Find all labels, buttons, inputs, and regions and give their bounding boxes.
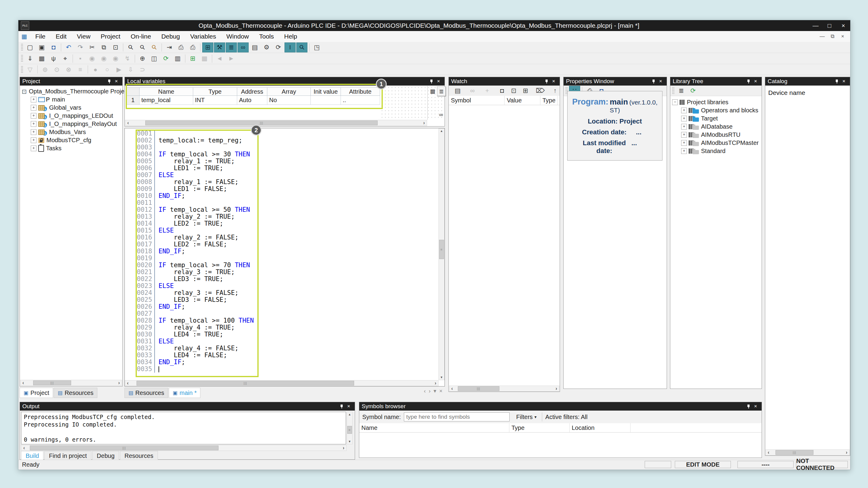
step-list-button[interactable]: ≡: [75, 64, 86, 74]
watch-find-button[interactable]: ∞: [467, 86, 478, 96]
editor-vscroll-thumb[interactable]: ≡: [439, 240, 444, 259]
cell-init-value[interactable]: [311, 96, 341, 105]
close-icon[interactable]: ×: [435, 78, 442, 85]
watch-recall-new-button[interactable]: ⊞: [520, 86, 531, 96]
navigate-forward-button[interactable]: ►: [226, 54, 237, 64]
close-button[interactable]: ×: [836, 20, 850, 31]
code-line[interactable]: 0014 LED2 := TRUE;: [125, 220, 438, 227]
project-item-global-vars[interactable]: +GGlobal_vars: [31, 104, 122, 112]
halt-button[interactable]: ▪: [75, 54, 86, 64]
watch-recall-button[interactable]: ⊡: [508, 86, 519, 96]
mdi-close-button[interactable]: ×: [838, 33, 848, 39]
library-item-target[interactable]: +Target: [681, 115, 761, 123]
code-line[interactable]: 0004IF temp_local >= 30 THEN: [125, 151, 438, 158]
toolbar-grip[interactable]: [21, 66, 23, 73]
print-button[interactable]: ⎙: [176, 42, 187, 53]
expand-plus-icon[interactable]: +: [31, 129, 36, 135]
menu-window[interactable]: Window: [221, 31, 254, 42]
output-hscroll[interactable]: ‹|||›: [21, 445, 347, 451]
run-mode-3-button[interactable]: ◉: [110, 54, 121, 64]
cell-attribute[interactable]: ..: [341, 96, 380, 105]
power-button[interactable]: ↯: [122, 54, 133, 64]
watch-insert-button[interactable]: +: [482, 86, 493, 96]
code-line[interactable]: 0021 relay_3 := TRUE;: [125, 269, 438, 275]
pin-icon[interactable]: [745, 78, 752, 85]
column-header-init-value[interactable]: Init value: [311, 87, 341, 96]
library-item-aidatabase[interactable]: +AIDatabase: [681, 123, 761, 131]
close-icon[interactable]: ×: [840, 78, 847, 85]
code-line[interactable]: 0007ELSE: [125, 172, 438, 178]
device-view-button[interactable]: ▦: [36, 54, 47, 64]
project-hscroll-left-arrow[interactable]: ‹: [21, 380, 26, 386]
code-line[interactable]: 0008 relay_1 := FALSE;: [125, 178, 438, 186]
code-line[interactable]: 0031ELSE: [125, 338, 438, 345]
code-line[interactable]: 0002temp_local:= temp_reg;: [125, 137, 438, 144]
column-header-type[interactable]: Type: [509, 423, 569, 432]
code-line[interactable]: 0028IF temp_local >= 100 THEN: [125, 317, 438, 324]
library-refresh-button[interactable]: ⟳: [687, 86, 699, 96]
grid-view-button[interactable]: ▦: [429, 87, 437, 96]
run-mode-2-button[interactable]: ◉: [98, 54, 110, 64]
close-icon[interactable]: ×: [345, 403, 352, 410]
copy-button[interactable]: ⧉: [98, 42, 110, 53]
code-editor[interactable]: 00010002temp_local:= temp_reg;00030004IF…: [125, 128, 438, 380]
panels-layout-button[interactable]: ◫: [149, 54, 160, 64]
toggle-project-window-button[interactable]: ⊞: [202, 42, 213, 53]
pin-icon[interactable]: [338, 403, 345, 410]
editor-hscroll-left-arrow[interactable]: ‹: [125, 381, 130, 386]
code-line[interactable]: 0010END_IF;: [125, 193, 438, 199]
code-line[interactable]: 0018END_IF;: [125, 248, 438, 255]
menu-tools[interactable]: Tools: [254, 31, 279, 42]
refresh-button[interactable]: ⟳: [273, 42, 284, 53]
filters-button[interactable]: Filters ▾: [514, 413, 539, 421]
undo-button[interactable]: ↶: [63, 42, 74, 53]
pin-icon[interactable]: [105, 78, 113, 85]
menu-variables[interactable]: Variables: [185, 31, 221, 42]
project-item-modbus-vars[interactable]: +GModbus_Vars: [31, 128, 122, 136]
minimize-button[interactable]: —: [809, 20, 823, 31]
tab-project[interactable]: ▣Project: [20, 388, 53, 398]
breakpoint-button[interactable]: ○: [101, 64, 113, 74]
toggle-library-tree-button[interactable]: ≣: [226, 42, 237, 53]
cell-name[interactable]: temp_local: [140, 96, 193, 105]
close-icon[interactable]: ×: [550, 78, 557, 85]
toolbar-grip[interactable]: [672, 87, 674, 95]
redo-button[interactable]: ↷: [75, 42, 86, 53]
project-item-tasks[interactable]: +Tasks: [31, 144, 122, 153]
pin-icon[interactable]: [833, 78, 840, 85]
local-variables-hscroll-right-arrow[interactable]: ›: [421, 120, 427, 126]
pin-icon[interactable]: [745, 403, 752, 410]
column-header-attribute[interactable]: Attribute: [341, 87, 380, 96]
editor-hscroll-track[interactable]: |||: [130, 381, 433, 386]
watch-hscroll-left-arrow[interactable]: ‹: [450, 386, 455, 391]
code-line[interactable]: 0026END_IF;: [125, 303, 438, 310]
code-line[interactable]: 0017 LED2 := FALSE;: [125, 241, 438, 248]
trigger-hook-button[interactable]: ⊃: [137, 64, 148, 74]
local-variables-hscroll-track[interactable]: |||: [131, 120, 421, 126]
find-next-button[interactable]: ⚲: [137, 42, 148, 53]
connect-button[interactable]: ψ: [48, 54, 59, 64]
menu-file[interactable]: File: [30, 31, 51, 42]
toggle-properties-window-button[interactable]: ⚒: [214, 42, 225, 53]
library-item-aimodbusrtu[interactable]: +AIModbusRTU: [681, 131, 761, 139]
local-variables-hscroll-thumb[interactable]: |||: [145, 121, 378, 125]
row-number-header[interactable]: [126, 87, 140, 96]
menu-edit[interactable]: Edit: [51, 31, 72, 42]
run-mode-1-button[interactable]: ◉: [87, 54, 98, 64]
print-preview-button[interactable]: ⎙: [187, 42, 198, 53]
code-line[interactable]: 0020IF temp_local >= 70 THEN: [125, 262, 438, 269]
output-vscroll[interactable]: ▲≡▼: [347, 412, 352, 444]
paste-button[interactable]: ⊡: [110, 42, 121, 53]
form-view-button[interactable]: ▥: [172, 54, 183, 64]
menu-on-line[interactable]: On-line: [125, 31, 156, 42]
editor-hscroll[interactable]: ‹|||›: [125, 380, 438, 386]
insert-record-button[interactable]: ⊞: [187, 54, 198, 64]
local-variables-hscroll[interactable]: ‹|||›: [125, 120, 427, 126]
column-header-name[interactable]: Name: [140, 87, 193, 96]
close-icon[interactable]: ×: [752, 403, 759, 410]
options-button[interactable]: ⚙: [261, 42, 272, 53]
list-view-button[interactable]: ≣: [437, 87, 446, 96]
code-line[interactable]: 0023ELSE: [125, 283, 438, 290]
toolbar-grip[interactable]: [21, 43, 23, 51]
mdi-restore-button[interactable]: ⧉: [827, 33, 838, 39]
